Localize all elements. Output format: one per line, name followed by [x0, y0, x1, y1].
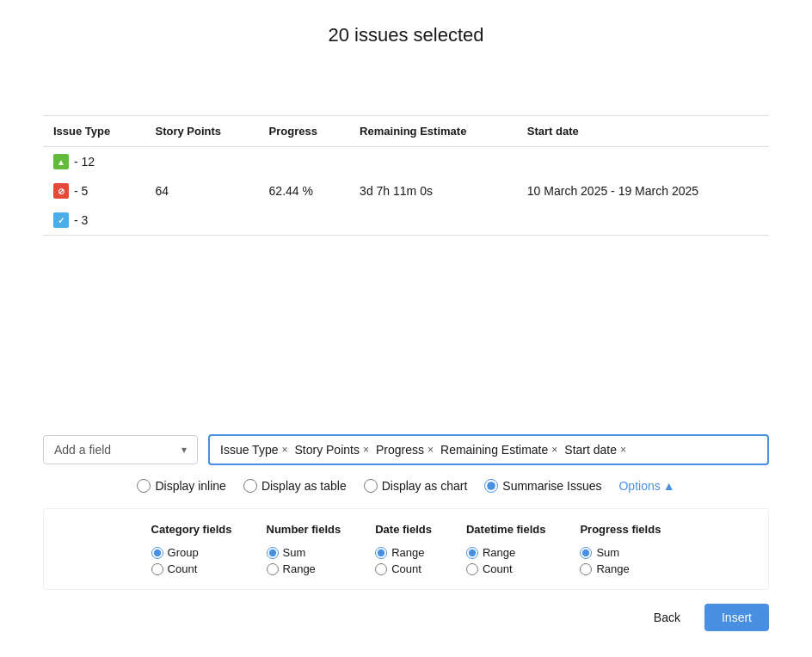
option-summarise-issues[interactable]: Summarise Issues [484, 479, 601, 493]
field-group-title-0: Category fields [151, 523, 232, 536]
option-display-table[interactable]: Display as table [243, 479, 347, 493]
col-issue-type: Issue Type [43, 116, 145, 147]
sub-option-label-3-0: Range [483, 546, 515, 559]
table-row: ✓- 3 [43, 206, 769, 236]
option-display-chart[interactable]: Display as chart [364, 479, 468, 493]
cell-start-date [517, 206, 769, 236]
display-inline-label: Display inline [155, 479, 225, 493]
sub-option-3-1[interactable]: Count [466, 562, 545, 575]
field-controls: Add a field ▾ Issue Type ×Story Points ×… [43, 434, 769, 465]
col-start-date: Start date [517, 116, 769, 147]
radio-sub-3-0[interactable] [466, 547, 478, 559]
cell-remaining-estimate: 3d 7h 11m 0s [349, 176, 517, 206]
remove-field-progress[interactable]: × [428, 444, 434, 456]
chevron-down-icon: ▾ [181, 444, 187, 456]
bottom-panel: Add a field ▾ Issue Type ×Story Points ×… [0, 417, 812, 657]
back-button[interactable]: Back [640, 604, 694, 631]
task-icon: ✓ [53, 212, 69, 228]
sub-option-label-2-0: Range [391, 546, 424, 559]
sub-option-label-3-1: Count [483, 562, 513, 575]
bug-icon: ⊘ [53, 183, 69, 199]
radio-sub-3-1[interactable] [466, 563, 478, 575]
options-panel: Category fieldsGroupCountNumber fieldsSu… [43, 508, 769, 590]
sub-option-label-4-1: Range [596, 562, 629, 575]
radio-sub-0-0[interactable] [151, 547, 163, 559]
field-group-title-3: Datetime fields [466, 523, 545, 536]
issue-type-label: - 3 [74, 213, 88, 227]
remove-field-story_points[interactable]: × [363, 444, 369, 456]
sub-option-3-0[interactable]: Range [466, 546, 545, 559]
cell-start-date [517, 147, 769, 177]
field-group-3: Datetime fieldsRangeCount [466, 523, 545, 575]
cell-remaining-estimate [349, 206, 517, 236]
radio-summarise-issues[interactable] [484, 479, 498, 493]
field-tag-start_date: Start date × [564, 443, 626, 457]
cell-remaining-estimate [349, 147, 517, 177]
sub-option-4-1[interactable]: Range [580, 562, 661, 575]
field-tag-issue_type: Issue Type × [220, 443, 287, 457]
sub-option-0-0[interactable]: Group [151, 546, 232, 559]
field-tag-remaining_estimate: Remaining Estimate × [440, 443, 557, 457]
options-toggle-label: Options [618, 479, 660, 493]
cell-issue-type: ▲- 12 [43, 147, 145, 177]
field-group-title-1: Number fields [267, 523, 341, 536]
remove-field-remaining_estimate[interactable]: × [551, 444, 557, 456]
radio-display-table[interactable] [243, 479, 257, 493]
chevron-up-icon: ▲ [663, 479, 675, 493]
radio-sub-4-0[interactable] [580, 547, 592, 559]
cell-story-points [145, 206, 258, 236]
sub-option-label-4-0: Sum [596, 546, 619, 559]
display-options: Display inline Display as table Display … [43, 479, 769, 493]
table-row: ⊘- 56462.44 %3d 7h 11m 0s10 March 2025 -… [43, 176, 769, 206]
issue-type-label: - 5 [74, 184, 88, 198]
field-group-title-4: Progress fields [580, 523, 661, 536]
field-group-0: Category fieldsGroupCount [151, 523, 232, 575]
table-row: ▲- 12 [43, 147, 769, 177]
radio-sub-2-1[interactable] [375, 563, 387, 575]
radio-sub-1-0[interactable] [267, 547, 279, 559]
add-field-label: Add a field [54, 443, 111, 457]
radio-sub-0-1[interactable] [151, 563, 163, 575]
page-title: 20 issues selected [0, 0, 812, 115]
radio-display-inline[interactable] [137, 479, 151, 493]
radio-sub-1-1[interactable] [267, 563, 279, 575]
sub-option-4-0[interactable]: Sum [580, 546, 661, 559]
sub-option-label-1-1: Range [283, 562, 316, 575]
remove-field-issue_type[interactable]: × [281, 444, 287, 456]
field-group-4: Progress fieldsSumRange [580, 523, 661, 575]
cell-progress [259, 147, 350, 177]
field-tags-box: Issue Type ×Story Points ×Progress ×Rema… [208, 434, 769, 465]
field-group-2: Date fieldsRangeCount [375, 523, 432, 575]
sub-option-2-0[interactable]: Range [375, 546, 432, 559]
sub-option-label-0-0: Group [168, 546, 199, 559]
sub-option-label-0-1: Count [168, 562, 198, 575]
sub-option-0-1[interactable]: Count [151, 562, 232, 575]
cell-start-date: 10 March 2025 - 19 March 2025 [517, 176, 769, 206]
field-group-1: Number fieldsSumRange [267, 523, 341, 575]
sub-option-2-1[interactable]: Count [375, 562, 432, 575]
option-display-inline[interactable]: Display inline [137, 479, 225, 493]
sub-option-1-0[interactable]: Sum [267, 546, 341, 559]
cell-issue-type: ⊘- 5 [43, 176, 145, 206]
cell-story-points [145, 147, 258, 177]
cell-story-points: 64 [145, 176, 258, 206]
radio-sub-4-1[interactable] [580, 563, 592, 575]
display-chart-label: Display as chart [382, 479, 468, 493]
display-table-label: Display as table [261, 479, 347, 493]
radio-display-chart[interactable] [364, 479, 378, 493]
issues-table: Issue Type Story Points Progress Remaini… [43, 115, 769, 236]
cell-issue-type: ✓- 3 [43, 206, 145, 236]
sub-option-label-1-0: Sum [283, 546, 306, 559]
field-group-title-2: Date fields [375, 523, 432, 536]
remove-field-start_date[interactable]: × [620, 444, 626, 456]
field-tag-story_points: Story Points × [294, 443, 369, 457]
col-remaining-estimate: Remaining Estimate [349, 116, 517, 147]
action-buttons: Back Insert [43, 604, 769, 631]
insert-button[interactable]: Insert [704, 604, 769, 631]
radio-sub-2-0[interactable] [375, 547, 387, 559]
options-toggle[interactable]: Options ▲ [618, 479, 674, 493]
issue-type-label: - 12 [74, 155, 95, 169]
sub-option-label-2-1: Count [391, 562, 421, 575]
sub-option-1-1[interactable]: Range [267, 562, 341, 575]
add-field-dropdown[interactable]: Add a field ▾ [43, 435, 198, 464]
